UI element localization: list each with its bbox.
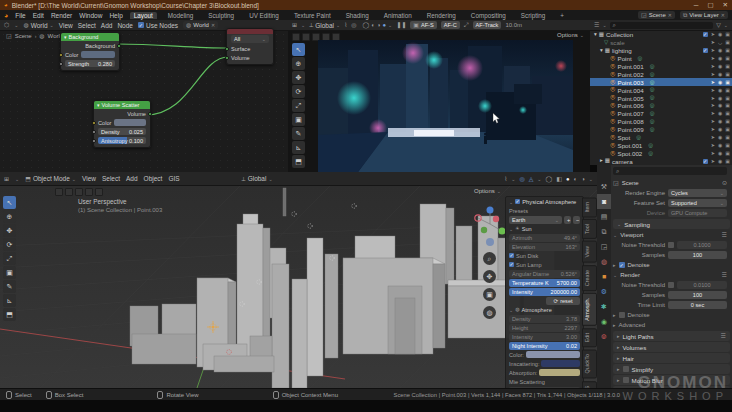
- render-visibility-icon[interactable]: ▣: [725, 127, 730, 132]
- workspace-tab-layout[interactable]: Layout: [130, 12, 157, 19]
- annotate-tool[interactable]: ✎: [3, 280, 16, 293]
- preset-list-icon[interactable]: ☰: [722, 272, 727, 278]
- move-tool[interactable]: ✥: [292, 71, 305, 84]
- outliner-row-light[interactable]: ⦿Point◎➤◉▣: [590, 55, 732, 63]
- strength-input-socket[interactable]: [59, 62, 63, 66]
- expand-icon[interactable]: ▾: [594, 32, 597, 38]
- options-dropdown[interactable]: Options ⌄: [474, 188, 501, 194]
- workspace-tab-scripting[interactable]: Scripting: [517, 12, 550, 19]
- sun-disk-checkbox[interactable]: ✓: [509, 253, 514, 258]
- hide-icon[interactable]: ◉: [718, 56, 722, 61]
- density-slider[interactable]: Density 0.025: [98, 128, 146, 135]
- inscattering-swatch[interactable]: [541, 360, 580, 367]
- outliner-row-light[interactable]: ⦿Point.005◎➤◉▣: [590, 94, 732, 102]
- render-visibility-icon[interactable]: ▣: [725, 135, 730, 140]
- pause-icon[interactable]: ❚❚: [396, 22, 406, 28]
- workspace-tab-uvediting[interactable]: UV Editing: [245, 12, 283, 19]
- denoise-checkbox[interactable]: ✓: [619, 262, 625, 268]
- density-input-socket[interactable]: [92, 130, 96, 134]
- annotate-tool[interactable]: ✎: [292, 127, 305, 140]
- exclude-checkbox[interactable]: ✓: [703, 159, 708, 164]
- outliner-search-input[interactable]: ⌕: [610, 22, 714, 29]
- render-visibility-icon[interactable]: ▣: [725, 64, 730, 69]
- outliner-row-light[interactable]: ⦿Point.004◎➤◉▣: [590, 86, 732, 94]
- workspace-tab-rendering[interactable]: Rendering: [423, 12, 460, 19]
- hide-icon[interactable]: ◉: [718, 48, 722, 53]
- view-menu[interactable]: View: [82, 175, 96, 182]
- scene-selector[interactable]: ◲ Scene ✕: [638, 11, 675, 19]
- tab-tool[interactable]: Tool: [582, 219, 597, 239]
- shader-menu-node[interactable]: Node: [117, 22, 133, 29]
- minimize-icon[interactable]: ─: [694, 1, 699, 9]
- azimuth-slider[interactable]: Azimuth49.4°: [509, 234, 580, 242]
- anisotropy-input-socket[interactable]: [92, 139, 96, 143]
- hide-icon[interactable]: ◉: [718, 127, 722, 132]
- gis-menu[interactable]: GIS: [168, 175, 179, 182]
- restrict-select-icon[interactable]: ➤: [711, 151, 715, 156]
- render-visibility-icon[interactable]: ▣: [725, 48, 730, 53]
- collapse-icon[interactable]: ▾: [64, 33, 67, 41]
- object-properties-tab[interactable]: ■: [597, 269, 611, 284]
- add-workspace-button[interactable]: +: [556, 12, 568, 19]
- render-noise-field[interactable]: 0.0100: [677, 281, 727, 289]
- editor-type-icon[interactable]: ⊞: [292, 22, 297, 28]
- restrict-select-icon[interactable]: ➤: [711, 40, 715, 45]
- restrict-select-icon[interactable]: ➤: [711, 96, 715, 101]
- outliner-row-light[interactable]: ⦿Point.006◎➤◉▣: [590, 102, 732, 110]
- tab-ss[interactable]: SS: [582, 381, 597, 388]
- sampling-panel-header[interactable]: ⌄Sampling: [613, 219, 730, 229]
- shader-menu-select[interactable]: Select: [78, 22, 96, 29]
- volume-scatter-node[interactable]: ▾ Volume Scatter Volume Color Density: [93, 100, 151, 148]
- hide-icon[interactable]: ◉: [718, 135, 722, 140]
- outliner-row-light[interactable]: ⦿Point.009◎➤◉▣: [590, 126, 732, 134]
- render-visibility-icon[interactable]: ▣: [725, 56, 730, 61]
- measure-tool[interactable]: ⊾: [292, 141, 305, 154]
- denoise-label[interactable]: Denoise: [628, 262, 650, 268]
- mode-dropdown[interactable]: ⬒ Object Mode ⌄: [25, 175, 76, 182]
- options-dropdown[interactable]: Options ⌄: [557, 32, 584, 38]
- tab-atmosphere[interactable]: Atmosph.: [582, 293, 597, 326]
- render-visibility-icon[interactable]: ▣: [725, 88, 730, 93]
- restrict-select-icon[interactable]: ➤: [711, 80, 715, 85]
- close-icon[interactable]: ✕: [723, 1, 728, 9]
- shader-menu-add[interactable]: Add: [101, 22, 113, 29]
- viewlayer-selector[interactable]: ⧉ View Layer ✕: [680, 11, 728, 19]
- outliner-row-light[interactable]: ⦿Point.001◎➤◉▣: [590, 63, 732, 71]
- tab-quickto[interactable]: QuickTo: [582, 349, 597, 378]
- modifier-properties-tab[interactable]: ⚙: [597, 284, 611, 299]
- time-limit-field[interactable]: 0 sec: [668, 301, 727, 309]
- workspace-tab-modeling[interactable]: Modeling: [164, 12, 198, 19]
- angular-diameter-slider[interactable]: Angular Diame0.526°: [509, 270, 580, 278]
- solid-shading-icon[interactable]: ●: [566, 176, 570, 182]
- world-properties-tab[interactable]: ◍: [597, 254, 611, 269]
- pin-icon[interactable]: ⊙: [722, 180, 727, 186]
- color-input-socket[interactable]: [59, 53, 63, 57]
- world-datablock[interactable]: ◍ World ✕: [183, 21, 218, 29]
- menu-render[interactable]: Render: [51, 12, 72, 19]
- editor-corner-icon[interactable]: [302, 33, 310, 41]
- shader-canvas[interactable]: ◲ Scene › ◍ World ▾ Background Backgroun…: [0, 31, 288, 172]
- render-visibility-icon[interactable]: ▣: [725, 119, 730, 124]
- hair-panel-header[interactable]: ▸Hair: [613, 353, 730, 363]
- hide-icon[interactable]: ◡: [718, 40, 722, 45]
- render-visibility-icon[interactable]: ▣: [725, 111, 730, 116]
- workspace-tab-sculpting[interactable]: Sculpting: [204, 12, 238, 19]
- object-menu[interactable]: Object: [144, 175, 163, 182]
- af-continuous-button[interactable]: AF-C: [441, 21, 460, 29]
- color-input-socket[interactable]: [92, 121, 96, 125]
- unlink-icon[interactable]: ✕: [211, 22, 215, 28]
- elevation-slider[interactable]: Elevation163°: [509, 243, 580, 251]
- render-visibility-icon[interactable]: ▣: [725, 143, 730, 148]
- menu-file[interactable]: File: [15, 12, 25, 19]
- editor-corner-icon[interactable]: [292, 33, 300, 41]
- editor-corner-icon[interactable]: [55, 188, 63, 196]
- noise-threshold-field[interactable]: 0.1000: [677, 241, 727, 249]
- orientation-dropdown[interactable]: ⟂ Global ⌄: [309, 22, 340, 29]
- snap-magnet-icon[interactable]: ⌇: [504, 176, 507, 182]
- properties-search-input[interactable]: ⌕: [613, 167, 727, 175]
- snap-magnet-icon[interactable]: ⌇: [344, 22, 347, 28]
- solid-shading-icon[interactable]: ◐: [371, 22, 375, 28]
- add-cube-tool[interactable]: ⬒: [292, 155, 305, 168]
- render-denoise-checkbox[interactable]: [619, 312, 625, 318]
- xray-icon[interactable]: ◧: [556, 176, 562, 182]
